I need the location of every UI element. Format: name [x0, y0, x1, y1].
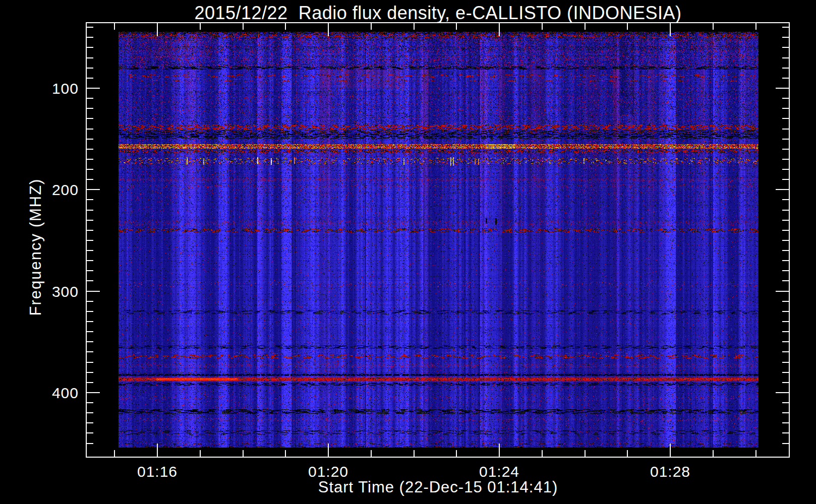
axis-tick [456, 450, 457, 457]
axis-tick [87, 108, 93, 109]
axis-tick [782, 118, 789, 119]
spectrogram-view: 2015/12/22 Radio flux density, e-CALLIST… [0, 0, 816, 504]
x-tick-label: 01:24 [464, 463, 535, 480]
axis-tick [782, 68, 789, 69]
axis-tick [371, 23, 372, 30]
axis-tick [670, 23, 671, 36]
axis-tick [776, 189, 789, 190]
axis-tick [87, 260, 93, 261]
axis-tick [782, 280, 789, 281]
axis-tick [713, 23, 714, 30]
axis-tick [499, 444, 500, 457]
axis-tick [542, 450, 543, 457]
axis-tick [627, 23, 628, 30]
axis-tick [713, 450, 714, 457]
axis-tick [87, 321, 93, 322]
axis-tick [87, 230, 93, 231]
axis-tick [755, 450, 756, 457]
axis-tick [200, 23, 201, 30]
axis-tick [87, 98, 93, 99]
axis-tick [157, 444, 158, 457]
axis-tick [542, 23, 543, 30]
axis-tick [87, 382, 93, 383]
x-tick-label: 01:20 [293, 463, 364, 480]
axis-tick [328, 23, 329, 36]
axis-tick [782, 179, 789, 180]
axis-tick [87, 149, 93, 150]
axis-tick [782, 432, 789, 433]
axis-tick [782, 372, 789, 373]
axis-tick [782, 250, 789, 251]
axis-tick [414, 450, 415, 457]
axis-tick [782, 57, 789, 58]
axis-tick [782, 422, 789, 423]
axis-tick [87, 27, 93, 28]
x-tick-label: 01:16 [122, 463, 193, 480]
axis-tick [87, 37, 93, 38]
axis-tick [782, 169, 789, 170]
axis-tick [87, 402, 93, 403]
axis-tick [782, 159, 789, 160]
axis-tick [87, 392, 100, 393]
axis-tick [782, 382, 789, 383]
axis-tick [782, 362, 789, 363]
axis-tick [776, 88, 789, 89]
axis-tick [776, 291, 789, 292]
axis-tick [87, 68, 93, 69]
axis-tick [114, 450, 115, 457]
axis-tick [87, 341, 93, 342]
axis-tick [782, 98, 789, 99]
axis-tick [157, 23, 158, 36]
axis-tick [87, 88, 100, 89]
y-tick-label: 100 [30, 80, 79, 97]
axis-tick [87, 139, 93, 140]
axis-tick [755, 23, 756, 30]
axis-tick [782, 27, 789, 28]
x-tick-label: 01:28 [635, 463, 706, 480]
axis-tick [87, 159, 93, 160]
axis-tick [87, 412, 93, 413]
axis-tick [87, 210, 93, 211]
axis-tick [782, 412, 789, 413]
y-tick-label: 200 [30, 181, 79, 199]
axis-tick [87, 351, 93, 352]
axis-tick [627, 450, 628, 457]
axis-tick [87, 422, 93, 423]
axis-tick [243, 450, 244, 457]
axis-tick [782, 47, 789, 48]
axis-tick [328, 444, 329, 457]
axis-tick [782, 402, 789, 403]
axis-tick [87, 270, 93, 271]
axis-tick [499, 23, 500, 36]
axis-tick [782, 270, 789, 271]
axis-tick [782, 139, 789, 140]
axis-tick [585, 450, 586, 457]
axis-tick [782, 199, 789, 200]
axis-tick [782, 331, 789, 332]
axis-tick [782, 210, 789, 211]
axis-tick [782, 149, 789, 150]
plot-frame [86, 22, 790, 458]
y-tick-label: 400 [30, 385, 79, 402]
axis-tick [782, 37, 789, 38]
axis-tick [456, 23, 457, 30]
axis-tick [782, 240, 789, 241]
axis-tick [87, 291, 100, 292]
axis-tick [87, 189, 100, 190]
axis-tick [87, 179, 93, 180]
axis-tick [776, 392, 789, 393]
axis-tick [87, 372, 93, 373]
axis-tick [371, 450, 372, 457]
axis-tick [87, 118, 93, 119]
axis-tick [87, 362, 93, 363]
axis-tick [87, 78, 93, 79]
axis-tick [782, 108, 789, 109]
axis-tick [782, 311, 789, 312]
axis-tick [285, 23, 286, 30]
axis-tick [782, 301, 789, 302]
axis-tick [87, 199, 93, 200]
axis-tick [782, 230, 789, 231]
axis-tick [87, 129, 93, 130]
axis-tick [782, 129, 789, 130]
axis-tick [585, 23, 586, 30]
